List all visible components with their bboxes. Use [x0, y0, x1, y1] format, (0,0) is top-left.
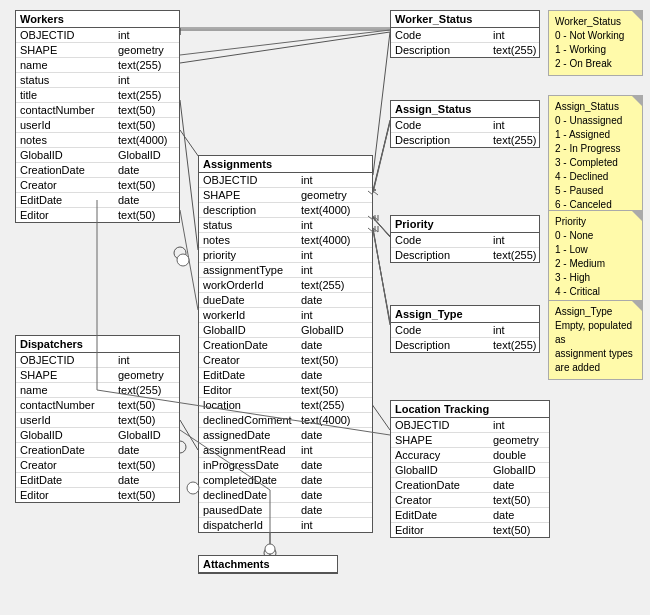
- table-row: Descriptiontext(255): [391, 43, 539, 57]
- table-row: pausedDatedate: [199, 503, 372, 518]
- table-row: statusint: [16, 73, 179, 88]
- svg-line-23: [180, 210, 198, 310]
- dispatchers-title: Dispatchers: [16, 336, 179, 353]
- assign-status-note: Assign_Status0 - Unassigned1 - Assigned2…: [548, 95, 643, 217]
- table-row: Codeint: [391, 233, 539, 248]
- table-row: OBJECTIDint: [16, 353, 179, 368]
- assign-type-note: Assign_TypeEmpty, populated asassignment…: [548, 300, 643, 380]
- table-row: OBJECTIDint: [391, 418, 549, 433]
- table-row: GlobalIDGlobalID: [16, 428, 179, 443]
- svg-line-18: [373, 120, 390, 192]
- svg-point-2: [174, 247, 186, 259]
- table-row: CreationDatedate: [199, 338, 372, 353]
- svg-point-24: [177, 254, 189, 266]
- table-row: Editortext(50): [16, 208, 179, 222]
- table-row: OBJECTIDint: [16, 28, 179, 43]
- table-row: EditDatedate: [16, 473, 179, 488]
- table-row: GlobalIDGlobalID: [391, 463, 549, 478]
- table-row: EditDatedate: [391, 508, 549, 523]
- table-row: EditDatedate: [199, 368, 372, 383]
- priority-table: Priority Codeint Descriptiontext(255): [390, 215, 540, 263]
- table-row: notestext(4000): [16, 133, 179, 148]
- note-text: Priority0 - None1 - Low2 - Medium3 - Hig…: [555, 215, 636, 299]
- table-row: Creatortext(50): [391, 493, 549, 508]
- table-row: descriptiontext(4000): [199, 203, 372, 218]
- svg-line-0: [180, 32, 390, 63]
- svg-line-4: [373, 122, 390, 190]
- table-row: contactNumbertext(50): [16, 398, 179, 413]
- assign-type-title: Assign_Type: [391, 306, 539, 323]
- table-row: Accuracydouble: [391, 448, 549, 463]
- table-row: locationtext(255): [199, 398, 372, 413]
- table-row: userIdtext(50): [16, 413, 179, 428]
- table-row: SHAPEgeometry: [16, 368, 179, 383]
- workers-table: Workers OBJECTIDint SHAPEgeometry namete…: [15, 10, 180, 223]
- table-row: CreationDatedate: [16, 443, 179, 458]
- table-row: priorityint: [199, 248, 372, 263]
- svg-line-8: [373, 228, 390, 325]
- table-row: inProgressDatedate: [199, 458, 372, 473]
- table-row: Editortext(50): [16, 488, 179, 502]
- assignments-title: Assignments: [199, 156, 372, 173]
- table-row: SHAPEgeometry: [16, 43, 179, 58]
- svg-line-30: [373, 216, 378, 220]
- table-row: Creatortext(50): [199, 353, 372, 368]
- table-row: notestext(4000): [199, 233, 372, 248]
- table-row: CreationDatedate: [391, 478, 549, 493]
- assign-status-title: Assign_Status: [391, 101, 539, 118]
- svg-line-33: [373, 228, 378, 232]
- table-row: assignmentTypeint: [199, 263, 372, 278]
- svg-line-20: [373, 218, 390, 236]
- table-row: completedDatedate: [199, 473, 372, 488]
- table-row: declinedCommenttext(4000): [199, 413, 372, 428]
- svg-line-3: [373, 32, 390, 175]
- svg-line-27: [373, 191, 378, 195]
- location-tracking-table: Location Tracking OBJECTIDint SHAPEgeome…: [390, 400, 550, 538]
- svg-line-11: [180, 420, 198, 450]
- table-row: assignedDatedate: [199, 428, 372, 443]
- diagram-container: Workers OBJECTIDint SHAPEgeometry namete…: [0, 0, 650, 615]
- table-row: CreationDatedate: [16, 163, 179, 178]
- table-row: EditDatedate: [16, 193, 179, 208]
- assign-type-table: Assign_Type Codeint Descriptiontext(255): [390, 305, 540, 353]
- table-row: nametext(255): [16, 383, 179, 398]
- table-row: dispatcherIdint: [199, 518, 372, 532]
- table-row: Descriptiontext(255): [391, 338, 539, 352]
- table-row: Codeint: [391, 28, 539, 43]
- svg-line-21: [373, 230, 390, 322]
- note-text: Worker_Status0 - Not Working1 - Working2…: [555, 15, 636, 71]
- table-row: workerIdint: [199, 308, 372, 323]
- table-row: Editortext(50): [199, 383, 372, 398]
- table-row: assignmentReadint: [199, 443, 372, 458]
- table-row: Descriptiontext(255): [391, 248, 539, 262]
- table-row: statusint: [199, 218, 372, 233]
- assign-status-table: Assign_Status Codeint Descriptiontext(25…: [390, 100, 540, 148]
- priority-title: Priority: [391, 216, 539, 233]
- table-row: GlobalIDGlobalID: [16, 148, 179, 163]
- assignments-table: Assignments OBJECTIDint SHAPEgeometry de…: [198, 155, 373, 533]
- table-row: SHAPEgeometry: [199, 188, 372, 203]
- table-row: userIdtext(50): [16, 118, 179, 133]
- table-row: nametext(255): [16, 58, 179, 73]
- priority-note: Priority0 - None1 - Low2 - Medium3 - Hig…: [548, 210, 643, 304]
- table-row: titletext(255): [16, 88, 179, 103]
- table-row: Editortext(50): [391, 523, 549, 537]
- table-row: workOrderIdtext(255): [199, 278, 372, 293]
- table-row: GlobalIDGlobalID: [199, 323, 372, 338]
- worker-status-table: Worker_Status Codeint Descriptiontext(25…: [390, 10, 540, 58]
- table-row: dueDatedate: [199, 293, 372, 308]
- worker-status-note: Worker_Status0 - Not Working1 - Working2…: [548, 10, 643, 76]
- note-text: Assign_TypeEmpty, populated asassignment…: [555, 305, 636, 375]
- svg-line-5: [373, 217, 390, 237]
- attachments-table: Attachments: [198, 555, 338, 574]
- attachments-title: Attachments: [199, 556, 337, 573]
- table-row: contactNumbertext(50): [16, 103, 179, 118]
- dispatchers-table: Dispatchers OBJECTIDint SHAPEgeometry na…: [15, 335, 180, 503]
- svg-line-1: [180, 100, 198, 250]
- table-row: OBJECTIDint: [199, 173, 372, 188]
- svg-line-28: [373, 218, 390, 237]
- table-row: Codeint: [391, 323, 539, 338]
- svg-point-39: [265, 544, 275, 554]
- svg-line-22: [180, 30, 390, 55]
- svg-line-31: [373, 230, 390, 323]
